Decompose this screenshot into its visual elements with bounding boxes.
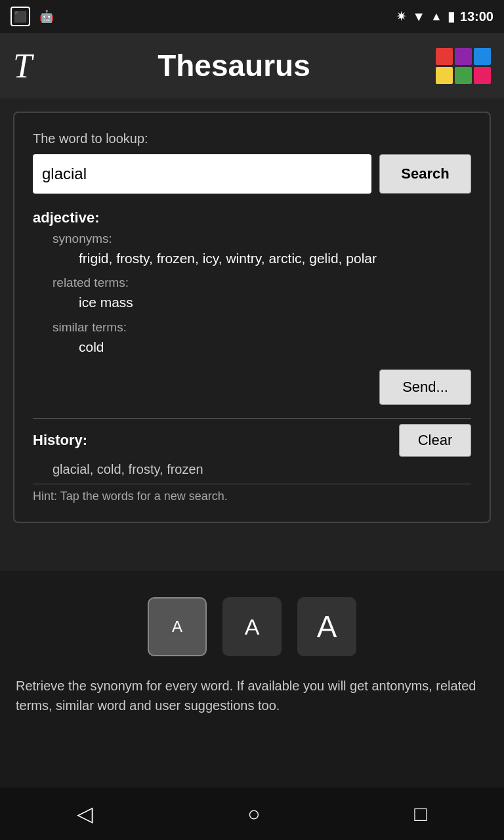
app-title: Thesaurus	[32, 48, 436, 83]
font-size-small-button[interactable]: A	[148, 597, 207, 656]
history-row: History: Clear	[33, 424, 471, 457]
home-icon: ○	[247, 802, 260, 826]
time-display: 13:00	[460, 9, 494, 24]
recent-button[interactable]: □	[414, 802, 427, 826]
font-size-medium-button[interactable]: A	[222, 597, 282, 656]
font-small-label: A	[172, 618, 182, 636]
back-icon: ◁	[77, 801, 93, 826]
signal-icon: ▲	[430, 10, 442, 24]
status-bar: ⬛ 🤖 ✴ ▼ ▲ ▮ 13:00	[0, 0, 504, 33]
divider-1	[33, 418, 471, 419]
search-input[interactable]	[33, 154, 371, 194]
bluetooth-icon: ✴	[396, 9, 407, 24]
app-logo: T	[13, 47, 32, 85]
color-cell-green	[455, 67, 472, 84]
related-label: related terms:	[52, 276, 471, 290]
font-size-large-button[interactable]: A	[297, 597, 356, 656]
history-label: History:	[33, 432, 87, 449]
color-grid-icon[interactable]	[436, 48, 491, 84]
nav-bar: ◁ ○ □	[0, 788, 504, 840]
color-cell-pink	[474, 67, 491, 84]
pos-label: adjective:	[33, 209, 471, 226]
font-large-label: A	[317, 609, 337, 644]
synonyms-value[interactable]: frigid, frosty, frozen, icy, wintry, arc…	[79, 249, 471, 268]
battery-icon: ▮	[448, 9, 455, 24]
color-cell-purple	[455, 48, 472, 65]
color-cell-blue	[474, 48, 491, 65]
notification-icon: ⬛	[10, 7, 30, 26]
related-value[interactable]: ice mass	[79, 293, 471, 312]
search-row: Search	[33, 154, 471, 194]
home-button[interactable]: ○	[247, 802, 260, 826]
description-text: Retrieve the synonym for every word. If …	[0, 676, 504, 715]
status-bar-right: ✴ ▼ ▲ ▮ 13:00	[396, 9, 494, 24]
history-words[interactable]: glacial, cold, frosty, frozen	[52, 462, 471, 477]
send-button[interactable]: Send...	[379, 369, 471, 405]
font-size-row: A A A	[0, 597, 504, 656]
font-medium-label: A	[245, 614, 260, 640]
recent-icon: □	[414, 802, 427, 826]
back-button[interactable]: ◁	[77, 801, 93, 826]
clear-button[interactable]: Clear	[399, 424, 471, 457]
similar-value[interactable]: cold	[79, 337, 471, 356]
search-button[interactable]: Search	[379, 154, 471, 194]
lookup-label: The word to lookup:	[33, 131, 471, 146]
hint-text: Hint: Tap the words for a new search.	[33, 490, 471, 503]
send-row: Send...	[33, 369, 471, 405]
color-cell-red	[436, 48, 453, 65]
main-card: The word to lookup: Search adjective: sy…	[13, 112, 491, 523]
top-bar: T Thesaurus	[0, 33, 504, 98]
status-bar-left: ⬛ 🤖	[10, 7, 55, 26]
color-cell-yellow	[436, 67, 453, 84]
similar-label: similar terms:	[52, 320, 471, 335]
results-section: adjective: synonyms: frigid, frosty, fro…	[33, 209, 471, 356]
divider-2	[33, 484, 471, 484]
synonyms-label: synonyms:	[52, 232, 471, 246]
wifi-icon: ▼	[412, 9, 425, 24]
android-icon: 🤖	[38, 8, 55, 25]
